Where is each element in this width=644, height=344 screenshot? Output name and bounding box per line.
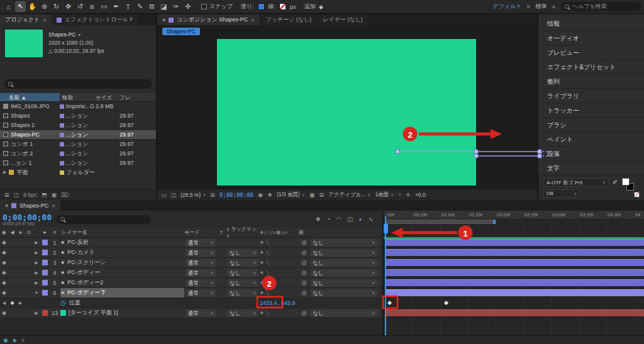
- font-style-select[interactable]: DB∨: [543, 189, 580, 197]
- frame-blending-icon[interactable]: ◫: [347, 216, 353, 223]
- property-row[interactable]: ◀◆▶◷位置2433.4,845.9: [0, 298, 382, 308]
- snapshot-icon[interactable]: ◉: [258, 192, 263, 198]
- expander-icon[interactable]: ▶: [33, 311, 40, 316]
- dropdown[interactable]: 通常∨: [186, 289, 216, 297]
- type-tool[interactable]: T: [123, 1, 133, 12]
- expander-open-icon[interactable]: ▼: [33, 291, 40, 295]
- sidebar-panel-tab[interactable]: ペイント: [538, 132, 644, 147]
- viewer-canvas[interactable]: Shapes-PC: [157, 25, 537, 189]
- keyframe-toggle-icon[interactable]: ◆: [8, 300, 16, 306]
- project-item[interactable]: ▶平面フォルダー: [0, 168, 156, 177]
- dropdown[interactable]: なし∨: [310, 249, 377, 257]
- layer-row[interactable]: ◉▶2★PC-カメラ通常∨なし∨❖ ╲@なし∨: [0, 248, 382, 258]
- new-folder-icon[interactable]: ⬒: [42, 192, 47, 198]
- layer-bar-row[interactable]: [384, 248, 644, 258]
- hide-shy-layers-icon[interactable]: ◠: [336, 216, 341, 223]
- dropdown[interactable]: なし∨: [310, 289, 377, 297]
- pan-behind-tool[interactable]: ⧈: [87, 1, 97, 12]
- column-size[interactable]: サイズ: [96, 93, 119, 101]
- dropdown[interactable]: 通常∨: [186, 259, 216, 267]
- layer-switches[interactable]: ❖ ╲: [260, 291, 299, 296]
- interpret-footage-icon[interactable]: ⊞: [4, 192, 9, 198]
- keyframe-track[interactable]: ◆◆: [384, 298, 644, 308]
- pan-camera-tool[interactable]: ✥: [63, 1, 74, 12]
- property-name[interactable]: 位置: [69, 299, 80, 307]
- puppet-pin-tool[interactable]: ✜: [182, 1, 193, 12]
- sidebar-panel-tab[interactable]: エフェクト&プリセット: [538, 60, 644, 74]
- switches-column-icons[interactable]: ❖◇╲fx▦◎◐: [260, 230, 299, 235]
- expand-layer-switches-icon[interactable]: ◉: [3, 337, 8, 343]
- channels-icon[interactable]: ◫: [14, 192, 19, 198]
- dropdown[interactable]: 通常∨: [186, 309, 216, 317]
- timeline-search-input[interactable]: [57, 215, 151, 224]
- expander-icon[interactable]: ▶: [33, 260, 40, 265]
- layer-row[interactable]: ◉▶4★PC-ボディー通常∨なし∨❖ ╲@なし∨: [0, 268, 382, 278]
- layer-row[interactable]: ◉▼6★PC-ボディー下通常∨なし∨❖ ╲@なし∨: [0, 288, 382, 298]
- project-search-input[interactable]: [4, 79, 152, 89]
- clone-stamp-tool[interactable]: ⧉: [147, 1, 157, 12]
- text-fill-color-swatch[interactable]: [622, 178, 630, 186]
- prev-keyframe-icon[interactable]: ◀: [0, 301, 8, 306]
- number-column-header[interactable]: #: [49, 230, 60, 235]
- dropdown[interactable]: なし∨: [227, 269, 258, 277]
- position-x-value[interactable]: 2433.4: [260, 300, 277, 306]
- column-type[interactable]: 種類: [60, 93, 96, 101]
- comp-name-badge[interactable]: Shapes-PC: [162, 28, 200, 35]
- font-family-select[interactable]: A-OTF 新ゴ Pr5∨: [543, 178, 609, 187]
- pickwhip-icon[interactable]: @: [299, 260, 307, 266]
- resolution-select[interactable]: (1/3 画質)∨: [277, 191, 305, 199]
- column-framerate[interactable]: フレ: [119, 93, 156, 101]
- layer-switches[interactable]: ❖ ╲: [260, 250, 299, 255]
- work-area-end-handle[interactable]: [493, 220, 496, 224]
- parent-column-header[interactable]: 親: [299, 229, 382, 236]
- pen-tool[interactable]: ✒: [111, 1, 121, 12]
- column-name[interactable]: 名前 ▲: [0, 93, 60, 101]
- trash-icon[interactable]: ⌦: [61, 192, 69, 198]
- grid-guides-icon[interactable]: ⊞: [210, 192, 215, 198]
- channels-icon[interactable]: ◫: [171, 192, 177, 198]
- pixel-aspect-icon[interactable]: ⌗: [398, 191, 401, 198]
- sidebar-panel-tab[interactable]: オーディオ: [538, 31, 644, 45]
- comp-mini-flowchart-icon[interactable]: ❖: [315, 216, 321, 223]
- eye-icon[interactable]: ◉: [0, 240, 8, 245]
- magnification-select[interactable]: (28.5 %)∨: [180, 192, 206, 198]
- layer-row[interactable]: ◉▶3★PC-スクリーン通常∨なし∨❖ ╲@なし∨: [0, 258, 382, 268]
- workspace-standard-button[interactable]: 標準: [535, 3, 547, 11]
- project-item[interactable]: IMG_0109.JPGImporte...G2.8 MB: [0, 102, 156, 111]
- orbit-camera-tool[interactable]: ↻: [51, 1, 62, 12]
- keyframe-icon[interactable]: ◆: [387, 299, 392, 306]
- layer-label-color[interactable]: [42, 280, 48, 286]
- eye-icon[interactable]: ◉: [0, 310, 8, 316]
- expander-icon[interactable]: ▶: [33, 250, 40, 255]
- layer-duration-bar[interactable]: [385, 309, 644, 316]
- layer-bar-row[interactable]: [384, 258, 644, 268]
- layer-duration-bar[interactable]: [385, 239, 644, 246]
- caret-down-icon[interactable]: ▼: [77, 33, 82, 37]
- next-keyframe-icon[interactable]: ▶: [16, 301, 25, 306]
- expander-icon[interactable]: ▶: [33, 270, 40, 275]
- panel-menu-icon[interactable]: ≡: [43, 17, 46, 23]
- motion-blur-icon[interactable]: ◐: [359, 216, 363, 223]
- mode-column-header[interactable]: モード: [184, 229, 217, 236]
- screen-icon[interactable]: ▭: [161, 192, 167, 198]
- layer-switches[interactable]: ❖ ╲: [260, 260, 299, 265]
- workspace-default-button[interactable]: デフォルト: [493, 3, 522, 11]
- help-search-input[interactable]: ヘルプを検索: [560, 2, 641, 11]
- dropdown[interactable]: 通常∨: [186, 239, 216, 247]
- expand-in-out-icon[interactable]: ≡: [21, 337, 25, 343]
- new-comp-icon[interactable]: ▣: [52, 192, 57, 198]
- exposure-value[interactable]: +0.0: [415, 192, 426, 198]
- layer-bar-row[interactable]: [384, 278, 644, 288]
- graph-editor-icon[interactable]: ∿: [369, 216, 374, 223]
- layer-duration-bar[interactable]: [385, 249, 644, 256]
- selection-tool[interactable]: ↖: [15, 1, 26, 12]
- sidebar-panel-tab[interactable]: 段落: [538, 147, 644, 161]
- rotation-tool[interactable]: ↺: [75, 1, 86, 12]
- pickwhip-icon[interactable]: @: [299, 280, 307, 286]
- flowchart-icon[interactable]: ❖: [267, 192, 272, 198]
- dropdown[interactable]: なし∨: [227, 289, 258, 297]
- eye-icon[interactable]: ◉: [0, 250, 8, 255]
- snap-toggle[interactable]: スナップ: [201, 3, 233, 11]
- project-color-depth[interactable]: 8 bpc: [23, 192, 37, 198]
- layer-row[interactable]: ◉▶13[ターコイズ 平面 1]通常∨なし∨❖ ╲@なし∨: [0, 308, 382, 318]
